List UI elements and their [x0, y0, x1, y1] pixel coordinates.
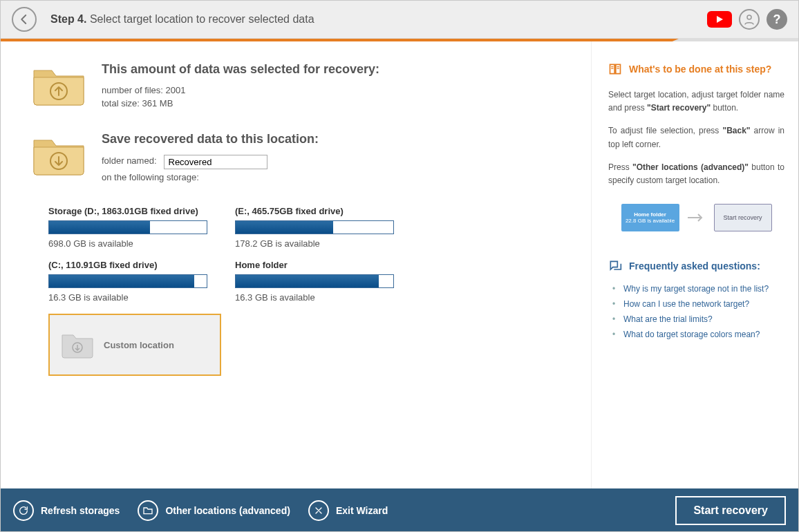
folder-upload-icon — [31, 62, 86, 106]
storage-item[interactable]: Home folder 16.3 GB is available — [235, 260, 394, 303]
exit-wizard-button[interactable]: Exit Wizard — [308, 500, 388, 521]
faq-title: Frequently asked questions: — [629, 260, 760, 272]
total-size: total size: 361 MB — [102, 98, 577, 108]
storage-available: 178.2 GB is available — [235, 238, 394, 249]
page-title: Step 4. Select target location to recove… — [50, 13, 314, 26]
sidebar-text: Press "Other locations (advanced)" butto… — [608, 161, 784, 187]
storage-bar — [235, 274, 394, 288]
folder-name-input[interactable] — [164, 155, 267, 169]
save-heading: Save recovered data to this location: — [102, 132, 577, 146]
step-number: Step 4. — [50, 13, 86, 25]
exit-wizard-label: Exit Wizard — [336, 505, 388, 516]
custom-location-button[interactable]: Custom location — [48, 314, 221, 376]
faq-link[interactable]: What do target storage colors mean? — [608, 327, 784, 342]
storage-item[interactable]: (E:, 465.75GB fixed drive) 178.2 GB is a… — [235, 206, 394, 249]
folder-gray-icon — [61, 331, 94, 359]
folder-download-icon — [31, 132, 86, 176]
storage-bar — [48, 220, 207, 234]
storage-title: Storage (D:, 1863.01GB fixed drive) — [48, 206, 207, 216]
refresh-label: Refresh storages — [41, 505, 120, 516]
svg-point-0 — [747, 15, 751, 19]
header-bar: Step 4. Select target location to recove… — [1, 1, 798, 39]
folder-name-label: folder named: — [102, 155, 157, 166]
storage-title: (С:, 110.91GB fixed drive) — [48, 260, 207, 270]
custom-location-label: Custom location — [104, 340, 174, 350]
start-recovery-button[interactable]: Start recovery — [675, 496, 786, 525]
storage-label: on the following storage: — [102, 172, 577, 182]
footer-bar: Refresh storages Other locations (advanc… — [1, 488, 798, 532]
close-icon — [313, 505, 324, 516]
summary-heading: This amount of data was selected for rec… — [102, 62, 577, 77]
storage-available: 16.3 GB is available — [235, 292, 394, 303]
main-panel: This amount of data was selected for rec… — [1, 41, 591, 488]
arrow-right-icon — [688, 213, 706, 222]
storage-item[interactable]: (С:, 110.91GB fixed drive) 16.3 GB is av… — [48, 260, 207, 303]
hint-illustration: Home folder22.8 GB is available Start re… — [608, 204, 784, 231]
step-subtitle: Select target location to recover select… — [90, 13, 314, 25]
help-icon[interactable]: ? — [767, 9, 787, 30]
faq-link[interactable]: What are the trial limits? — [608, 312, 784, 327]
storage-available: 698.0 GB is available — [48, 238, 207, 249]
storage-item[interactable]: Storage (D:, 1863.01GB fixed drive) 698.… — [48, 206, 207, 249]
sidebar-text: To adjust file selection, press "Back" a… — [608, 124, 784, 151]
storage-title: (E:, 465.75GB fixed drive) — [235, 206, 394, 216]
sidebar-text: Select target location, adjust target fo… — [608, 88, 784, 115]
youtube-icon[interactable] — [707, 11, 732, 28]
storage-available: 16.3 GB is available — [48, 292, 207, 303]
files-count: number of files: 2001 — [102, 85, 577, 95]
storage-bar — [48, 274, 207, 288]
refresh-icon — [18, 505, 29, 516]
faq-icon — [608, 259, 622, 273]
other-locations-button[interactable]: Other locations (advanced) — [138, 500, 290, 521]
storage-bar — [235, 220, 394, 234]
storage-list: Storage (D:, 1863.01GB fixed drive) 698.… — [48, 206, 577, 376]
faq-link[interactable]: How can I use the network target? — [608, 296, 784, 312]
book-icon — [608, 62, 622, 76]
refresh-button[interactable]: Refresh storages — [13, 500, 120, 521]
user-icon[interactable] — [739, 9, 760, 30]
other-locations-label: Other locations (advanced) — [165, 505, 290, 516]
arrow-left-icon — [18, 13, 30, 26]
storage-title: Home folder — [235, 260, 394, 270]
back-button[interactable] — [12, 7, 37, 32]
folder-icon — [142, 505, 153, 516]
faq-link[interactable]: Why is my target storage not in the list… — [608, 281, 784, 296]
sidebar: What's to be done at this step? Select t… — [591, 41, 798, 488]
sidebar-title: What's to be done at this step? — [629, 64, 771, 75]
